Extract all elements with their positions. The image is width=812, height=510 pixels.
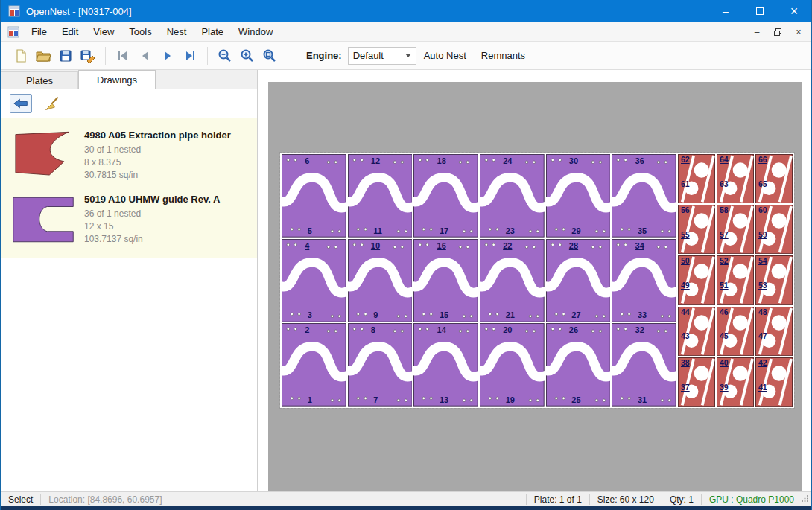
- part-number-label: 66: [758, 155, 767, 164]
- maximize-icon: [756, 7, 764, 15]
- nest-part-pair[interactable]: 2019: [480, 323, 545, 407]
- minimize-button[interactable]: –: [708, 0, 743, 22]
- list-item[interactable]: 5019 A10 UHMW guide Rev. A 36 of 1 neste…: [1, 186, 257, 250]
- nest-part-pair[interactable]: 2221: [480, 239, 545, 322]
- nest-part-pair[interactable]: 1817: [413, 154, 478, 238]
- nest-part-pair[interactable]: 5655: [678, 205, 715, 254]
- nest-part-pair[interactable]: 2423: [480, 154, 545, 238]
- nest-part-pair[interactable]: 4039: [717, 357, 754, 407]
- title-bar: OpenNest - [N0317-004] – ×: [1, 0, 811, 22]
- zoom-out-button[interactable]: [214, 45, 236, 67]
- part-thumbnail: [7, 127, 80, 182]
- first-plate-button[interactable]: [112, 45, 134, 67]
- send-to-nest-button[interactable]: [10, 94, 32, 113]
- save-as-button[interactable]: [77, 45, 99, 67]
- nest-part-pair[interactable]: 6665: [755, 154, 793, 203]
- part-number-label: 2: [305, 325, 309, 334]
- auto-nest-button[interactable]: Auto Nest: [416, 45, 474, 66]
- menu-view[interactable]: View: [86, 23, 121, 40]
- nest-viewport[interactable]: 6512111817242330293635431091615222128273…: [268, 82, 802, 491]
- nest-part-pair[interactable]: 1413: [413, 323, 478, 407]
- nest-part-pair[interactable]: 65: [282, 154, 346, 238]
- child-restore-button[interactable]: [770, 25, 786, 39]
- nest-part-pair[interactable]: 2827: [546, 239, 611, 322]
- part-number-label: 35: [638, 226, 647, 235]
- list-item[interactable]: 4980 A05 Extraction pipe holder 30 of 1 …: [1, 122, 257, 186]
- nest-part-pair[interactable]: 43: [282, 239, 346, 322]
- zoom-fit-button[interactable]: [258, 45, 281, 67]
- menu-tools[interactable]: Tools: [121, 23, 159, 40]
- nest-part-pair[interactable]: 4645: [717, 307, 754, 356]
- part-shape: [612, 323, 676, 407]
- previous-plate-button[interactable]: [134, 45, 156, 67]
- window-bottom-border: [1, 506, 811, 510]
- resize-grip[interactable]: [802, 494, 811, 504]
- nest-part-pair[interactable]: 3635: [612, 154, 676, 238]
- maximize-button[interactable]: [743, 0, 777, 22]
- menu-edit[interactable]: Edit: [54, 23, 86, 40]
- zoom-fit-icon: [262, 48, 277, 63]
- open-button[interactable]: [32, 45, 54, 67]
- nest-part-pair[interactable]: 21: [282, 323, 346, 407]
- menu-nest[interactable]: Nest: [159, 23, 194, 40]
- remnants-button[interactable]: Remnants: [474, 45, 533, 66]
- nest-part-pair[interactable]: 1211: [348, 154, 413, 238]
- nest-part-pair[interactable]: 5857: [717, 205, 754, 254]
- nest-part-pair[interactable]: 3231: [612, 323, 676, 407]
- part-shape: [282, 239, 346, 322]
- tab-drawings[interactable]: Drawings: [78, 70, 156, 89]
- zoom-in-icon: [240, 48, 255, 63]
- sidebar-tabs: Plates Drawings: [1, 70, 257, 89]
- nest-part-pair[interactable]: 5453: [755, 255, 793, 305]
- part-thumbnail: [7, 191, 80, 246]
- part-number-label: 38: [681, 358, 690, 367]
- menu-file[interactable]: File: [24, 23, 54, 40]
- nest-part-pair[interactable]: 3837: [678, 357, 715, 407]
- last-plate-button[interactable]: [179, 45, 201, 67]
- clear-button[interactable]: [41, 94, 63, 113]
- nest-part-pair[interactable]: 5251: [717, 255, 754, 305]
- part-number-label: 8: [371, 325, 375, 334]
- location-label: Location: [84.8696, 60.6957]: [41, 492, 169, 506]
- part-number-label: 53: [758, 281, 767, 290]
- part-number-label: 21: [506, 310, 515, 319]
- sidebar: Plates Drawings: [1, 70, 258, 491]
- menu-window[interactable]: Window: [231, 23, 280, 40]
- tab-plates[interactable]: Plates: [1, 71, 78, 89]
- nest-part-pair[interactable]: 3029: [546, 154, 611, 238]
- nest-part-pair[interactable]: 109: [348, 239, 413, 322]
- nest-part-pair[interactable]: 4241: [755, 357, 793, 407]
- child-minimize-button[interactable]: –: [749, 25, 765, 39]
- close-button[interactable]: ×: [777, 0, 811, 22]
- engine-dropdown[interactable]: Default: [348, 47, 416, 65]
- plate-sheet[interactable]: 6512111817242330293635431091615222128273…: [280, 153, 794, 408]
- save-button[interactable]: [54, 45, 77, 67]
- nest-part-pair[interactable]: 2625: [546, 323, 611, 407]
- part-number-label: 11: [373, 226, 382, 235]
- part-number-label: 26: [569, 325, 578, 334]
- part-number-label: 45: [720, 331, 729, 340]
- nest-part-pair[interactable]: 1615: [413, 239, 478, 322]
- nest-part-pair[interactable]: 6463: [717, 154, 754, 203]
- part-shape: [546, 239, 611, 322]
- nest-part-pair[interactable]: 6059: [755, 205, 793, 254]
- menu-plate[interactable]: Plate: [194, 23, 231, 40]
- new-button[interactable]: [10, 45, 32, 67]
- app-window: OpenNest - [N0317-004] – × File Edit Vie…: [0, 0, 812, 510]
- zoom-in-button[interactable]: [236, 45, 258, 67]
- nest-part-pair[interactable]: 4443: [678, 307, 715, 356]
- nest-part-pair[interactable]: 5049: [678, 255, 715, 305]
- nest-part-pair[interactable]: 87: [348, 323, 413, 407]
- part-number-label: 10: [371, 241, 380, 250]
- child-close-button[interactable]: ×: [790, 25, 807, 39]
- nest-canvas[interactable]: 6512111817242330293635431091615222128273…: [258, 70, 812, 491]
- part-number-label: 37: [681, 383, 690, 392]
- nest-part-pair[interactable]: 4847: [755, 307, 793, 356]
- next-plate-button[interactable]: [156, 45, 179, 67]
- document-icon: [7, 26, 19, 38]
- nest-part-pair[interactable]: 3433: [612, 239, 676, 322]
- menu-bar: File Edit View Tools Nest Plate Window –…: [1, 22, 811, 42]
- nest-part-pair[interactable]: 6261: [678, 154, 715, 203]
- plate-size-label: Size: 60 x 120: [590, 492, 662, 506]
- drawing-area: 30.7815 sq/in: [84, 169, 231, 182]
